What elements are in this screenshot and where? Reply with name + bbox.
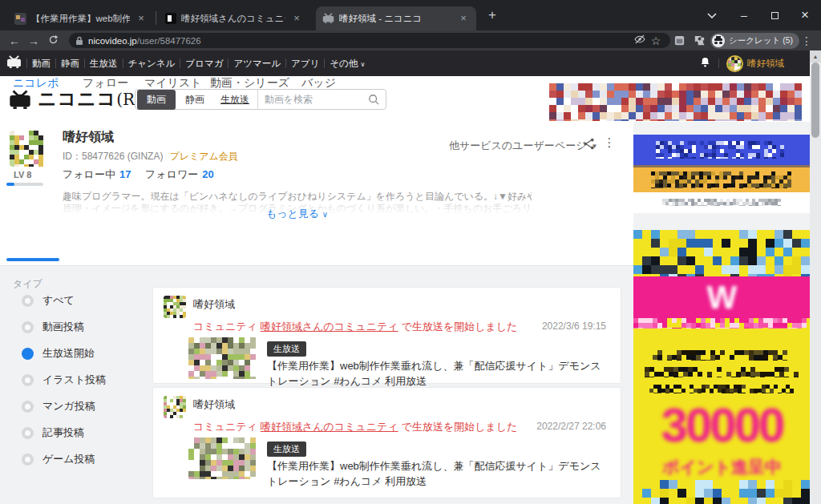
nav-item-atsumaru[interactable]: アツマール <box>229 58 285 70</box>
nicorepo-card[interactable]: 嗜好領域 コミュニティ嗜好領域さんのコミュニティで生放送を開始しました 2022… <box>152 387 621 498</box>
user-avatar[interactable] <box>10 131 46 167</box>
extensions-puzzle-icon[interactable] <box>694 34 706 46</box>
page-scrollbar[interactable]: ▲ <box>810 50 821 504</box>
nav-item-seiga[interactable]: 静画 <box>56 58 84 70</box>
filter-option-manga[interactable]: マンガ投稿 <box>13 399 95 413</box>
feed-action-line: コミュニティ嗜好領域さんのコミュニティで生放送を開始しました <box>193 420 517 434</box>
close-window-button[interactable]: × <box>789 0 821 30</box>
nicorepo-card[interactable]: 嗜好領域 コミュニティ嗜好領域さんのコミュニティで生放送を開始しました 2022… <box>152 287 621 384</box>
scrollbar-thumb[interactable] <box>811 62 819 138</box>
new-tab-button[interactable]: + <box>483 6 502 26</box>
feed-user-avatar[interactable] <box>164 296 186 318</box>
user-level: LV 8 <box>14 170 31 179</box>
nav-item-app[interactable]: アプリ <box>286 58 324 70</box>
radio-icon[interactable] <box>22 401 34 413</box>
user-name: 嗜好領域 <box>63 129 114 146</box>
tab-badge[interactable]: バッジ <box>301 76 336 91</box>
tab-video-series[interactable]: 動画・シリーズ <box>210 76 289 91</box>
radio-icon[interactable] <box>22 295 34 307</box>
window-menu-chevron-icon[interactable] <box>696 0 728 30</box>
browser-tab-active[interactable]: 嗜好領域 - ニコニコ × <box>316 6 476 30</box>
radio-icon[interactable] <box>22 321 34 333</box>
browser-tab-2[interactable]: 嗜好領域さんのコミュニティ-ニコニコミュ × <box>159 6 309 30</box>
filter-option-article[interactable]: 記事投稿 <box>13 425 84 440</box>
search-input[interactable]: 動画を検索 <box>257 90 386 109</box>
address-bar[interactable]: nicovideo.jp/user/58477626 ☆ <box>69 33 670 48</box>
other-services-dropdown[interactable]: 他サービスのユーザーページ ▼ <box>449 139 597 153</box>
incognito-badge[interactable]: シークレット (5) <box>710 33 799 49</box>
feed-timestamp: 2022/3/6 19:15 <box>542 321 606 332</box>
browser-tab-strip: 【作業用作業】web制作作業垂れ流 × 嗜好領域さんのコミュニティ-ニコニコミュ… <box>0 0 821 30</box>
header-tab-live[interactable]: 生放送 <box>212 93 257 107</box>
sidebar-ad-small[interactable] <box>633 135 810 213</box>
profile-menu-dots-icon[interactable]: ⋮ <box>603 135 616 150</box>
tab-nicorepo[interactable]: ニコレポ <box>13 76 59 91</box>
broadcast-thumbnail[interactable] <box>188 337 259 379</box>
radio-selected-icon[interactable] <box>22 348 34 360</box>
url-domain: nicovideo.jp <box>88 36 137 46</box>
niconico-tv-logo-icon[interactable] <box>6 55 22 71</box>
following-count[interactable]: 17 <box>119 168 131 180</box>
top-banner-ad[interactable] <box>549 83 808 121</box>
sidebar-ad-large[interactable]: W 30000 ポイント進呈中 <box>633 230 811 504</box>
feed-user-avatar[interactable] <box>164 396 186 418</box>
broadcast-title[interactable]: 【作業用作業】web制作作業垂れ流し、兼「配信応援サイト」デモンストレーション … <box>267 458 602 489</box>
nav-user-name[interactable]: 嗜好領域 <box>747 58 784 70</box>
followers-count[interactable]: 20 <box>202 168 213 180</box>
community-link[interactable]: 嗜好領域さんのコミュニティ <box>261 421 398 433</box>
broadcast-title[interactable]: 【作業用作業】web制作作業垂れ流し、兼「配信応援サイト」デモンストレーション … <box>267 358 602 389</box>
close-tab-icon[interactable]: × <box>290 12 303 25</box>
nav-item-blomaga[interactable]: ブロマガ <box>180 58 228 70</box>
nav-item-other[interactable]: その他 ∨ <box>325 58 370 70</box>
search-placeholder: 動画を検索 <box>265 93 368 107</box>
feed-user-name[interactable]: 嗜好領域 <box>193 297 235 312</box>
eye-hidden-icon[interactable] <box>632 34 648 46</box>
header-search-control: 動画 静画 生放送 動画を検索 <box>135 89 386 110</box>
ad-points-amount: 30000 <box>633 400 811 451</box>
nav-user-avatar[interactable] <box>726 55 743 72</box>
broadcast-thumbnail[interactable] <box>188 437 259 479</box>
browser-tab-1[interactable]: 【作業用作業】web制作作業垂れ流 × <box>8 6 154 30</box>
extension-clipboard-icon[interactable] <box>673 34 686 46</box>
filter-option-illust[interactable]: イラスト投稿 <box>13 373 106 387</box>
filter-title: タイプ <box>13 277 42 291</box>
browser-menu-icon[interactable]: ⋮ <box>799 34 814 47</box>
filter-option-video[interactable]: 動画投稿 <box>13 320 84 334</box>
radio-icon[interactable] <box>22 374 34 386</box>
share-icon[interactable] <box>582 137 596 154</box>
reload-icon[interactable] <box>43 34 63 47</box>
nav-item-live[interactable]: 生放送 <box>85 58 123 70</box>
close-tab-icon[interactable]: × <box>135 12 148 25</box>
back-icon[interactable]: ← <box>5 34 24 47</box>
filter-option-live[interactable]: 生放送開始 <box>13 346 95 361</box>
ad-pink-banner: W <box>633 276 811 318</box>
forward-icon[interactable]: → <box>24 34 43 47</box>
tab-follow[interactable]: フォロー <box>83 76 128 91</box>
extensions-area: シークレット (5) ⋮ <box>673 32 814 49</box>
filter-option-all[interactable]: すべて <box>13 293 75 308</box>
tab-mylist[interactable]: マイリスト <box>144 76 202 91</box>
followers-label: フォロワー <box>145 168 198 180</box>
niconico-global-nav: 動画 静画 生放送 チャンネル ブロマガ アツマール アプリ その他 ∨ 嗜好領… <box>0 50 821 76</box>
radio-icon[interactable] <box>22 427 34 439</box>
show-more-link[interactable]: もっと見る ∨ <box>63 207 532 221</box>
minimize-button[interactable]: – <box>728 0 760 30</box>
maximize-button[interactable] <box>758 0 791 30</box>
close-tab-icon[interactable]: × <box>457 12 470 25</box>
radio-icon[interactable] <box>22 454 34 466</box>
nav-item-channel[interactable]: チャンネル <box>123 58 180 70</box>
premium-badge[interactable]: プレミアム会員 <box>169 151 237 162</box>
notification-bell-icon[interactable] <box>699 56 711 71</box>
active-tab-underline <box>6 258 59 261</box>
filter-option-game[interactable]: ゲーム投稿 <box>13 452 95 466</box>
scrollbar-up-arrow[interactable]: ▲ <box>810 50 821 62</box>
bookmark-star-icon[interactable]: ☆ <box>648 34 664 47</box>
nav-item-video[interactable]: 動画 <box>27 58 55 70</box>
header-tab-video[interactable]: 動画 <box>137 90 176 110</box>
header-tab-seiga[interactable]: 静画 <box>177 93 212 107</box>
community-link[interactable]: 嗜好領域さんのコミュニティ <box>261 321 398 333</box>
ad-points-subtext: ポイント進呈中 <box>633 456 811 478</box>
feed-user-name[interactable]: 嗜好領域 <box>193 397 235 412</box>
search-icon[interactable] <box>368 94 379 105</box>
url-path: /user/58477626 <box>137 36 201 46</box>
